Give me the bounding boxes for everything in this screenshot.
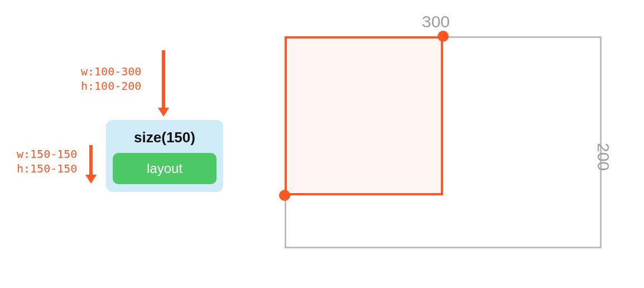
size-node-title: size(150) bbox=[113, 129, 217, 146]
outgoing-constraints-label: w:150-150 h:150-150 bbox=[17, 147, 77, 176]
incoming-constraints-label: w:100-300 h:100-200 bbox=[81, 64, 141, 93]
corner-dot-icon bbox=[279, 190, 290, 201]
width-dimension-label: 300 bbox=[422, 12, 450, 31]
layout-child-node: layout bbox=[113, 153, 217, 184]
corner-dot-icon bbox=[438, 31, 449, 42]
arrow-down-icon bbox=[162, 50, 165, 109]
arrow-down-icon bbox=[89, 145, 93, 176]
inner-size-box bbox=[285, 36, 443, 195]
height-dimension-label: 200 bbox=[594, 143, 613, 171]
size-node: size(150) layout bbox=[106, 120, 223, 192]
